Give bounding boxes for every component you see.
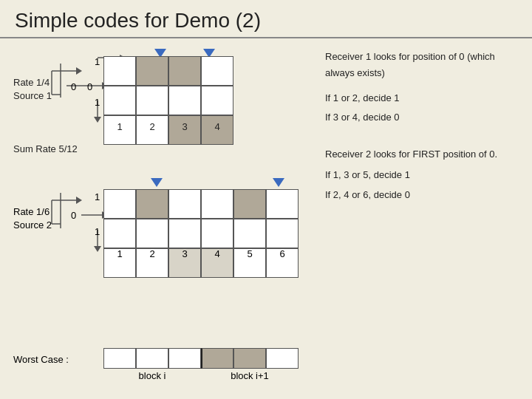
wc-grid: [103, 348, 299, 369]
zero-label-bot: 0: [71, 210, 76, 221]
one-label-bot-b: 1: [95, 226, 100, 237]
bot-cell-1-6: [266, 189, 299, 219]
num-1: 1: [103, 121, 136, 132]
cell-2-3: [168, 86, 201, 115]
grid-row-2: [103, 86, 233, 115]
svg-marker-12: [94, 117, 101, 123]
num-2: 2: [136, 121, 168, 132]
bot-cell-2-1: [103, 219, 136, 248]
source-label-bot: Source 2: [13, 219, 52, 231]
block-i-label: block i: [103, 370, 201, 381]
bot-num-2: 2: [136, 248, 168, 259]
rate-label-top: Rate 1/4: [13, 77, 50, 88]
num-3: 3: [168, 121, 201, 132]
cell-2-4: [201, 86, 233, 115]
bot-num-6: 6: [266, 248, 299, 259]
label-1-top-b: 1: [95, 97, 100, 108]
zero-label-top2: 0: [87, 81, 92, 92]
cell-1-3: [168, 56, 201, 86]
bot-grid-row-1: [103, 189, 299, 219]
cell-2-1: [103, 86, 136, 115]
arrow-down-bot-1: [151, 178, 163, 187]
top-num-row: 1 2 3 4: [103, 121, 233, 132]
main-content: Rate 1/4 Source 1 1 1 0 0: [0, 41, 532, 399]
block-labels: block i block i+1: [103, 370, 299, 381]
source-label-top: Source 1: [13, 90, 52, 101]
bot-cell-2-3: [168, 219, 201, 248]
bot-num-5: 5: [233, 248, 266, 259]
cell-2-2: [136, 86, 168, 115]
if246-text: If 2, 4 or 6, decide 0: [325, 187, 525, 203]
wc-cell-3: [168, 348, 201, 369]
sum-rate-label: Sum Rate 5/12: [13, 143, 78, 154]
arrow-down-bot-2: [273, 178, 284, 187]
receiver2-text: Receiver 2 looks for FIRST position of 0…: [325, 146, 525, 163]
bot-grid-row-2: [103, 219, 299, 248]
num-4: 4: [201, 121, 233, 132]
cell-1-1: [103, 56, 136, 86]
bot-cell-1-1: [103, 189, 136, 219]
cell-1-4: [201, 56, 233, 86]
bot-num-3: 3: [168, 248, 201, 259]
bot-cell-2-2: [136, 219, 168, 248]
bottom-arrows: [103, 178, 299, 187]
label-1-top-a: 1: [95, 56, 100, 67]
block-i1-label: block i+1: [201, 370, 299, 381]
rate-label-bot: Rate 1/6: [13, 206, 50, 217]
wc-cell-1: [103, 348, 136, 369]
svg-marker-22: [94, 246, 101, 252]
bot-cell-2-5: [233, 219, 266, 248]
bot-cell-1-2: [136, 189, 168, 219]
bottom-grid: [103, 189, 299, 278]
page-title: Simple codes for Demo (2): [0, 0, 532, 38]
svg-marker-10: [76, 67, 82, 75]
bot-num-4: 4: [201, 248, 233, 259]
if34-text: If 3 or 4, decide 0: [325, 109, 525, 126]
bot-num-row: 1 2 3 4 5 6: [103, 248, 299, 259]
bot-cell-2-6: [266, 219, 299, 248]
if12-text: If 1 or 2, decide 1: [325, 90, 525, 106]
if135-text: If 1, 3 or 5, decide 1: [325, 167, 525, 183]
bot-cell-1-4: [201, 189, 233, 219]
zero-label-top: 0: [71, 81, 76, 92]
cell-1-2: [136, 56, 168, 86]
wc-cell-5: [233, 348, 266, 369]
right-panel: Receiver 1 looks for position of 0 (whic…: [318, 41, 525, 399]
wc-cell-4: [201, 348, 233, 369]
wc-cell-2: [136, 348, 168, 369]
bot-cell-2-4: [201, 219, 233, 248]
left-panel: Rate 1/4 Source 1 1 1 0 0: [7, 41, 318, 399]
svg-marker-17: [76, 197, 82, 204]
wc-cell-6: [266, 348, 299, 369]
worst-case-label: Worst Case :: [13, 354, 69, 365]
bot-num-1: 1: [103, 248, 136, 259]
bot-cell-1-5: [233, 189, 266, 219]
one-label-bot-a: 1: [95, 191, 100, 202]
grid-row-1: [103, 56, 233, 86]
bot-cell-1-3: [168, 189, 201, 219]
receiver1-text: Receiver 1 looks for position of 0 (whic…: [325, 49, 525, 81]
